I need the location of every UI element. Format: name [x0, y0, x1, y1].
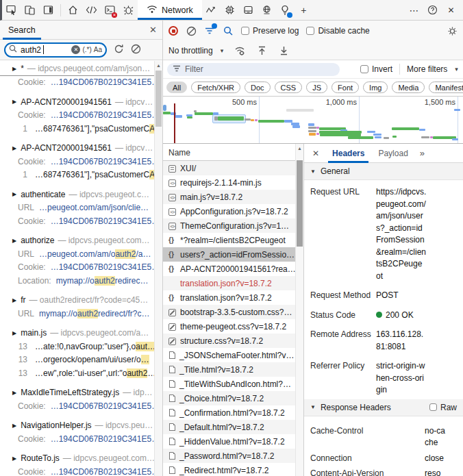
match-case-toggle[interactable]: Aa [94, 46, 102, 53]
search-result-file-row[interactable]: ▶authorize— idpcvs.peugeot.com… [0, 234, 154, 248]
filter-pill-media[interactable]: Media [392, 82, 425, 93]
search-match-row[interactable]: 13…orgerock/openam/ui/user/o… [0, 353, 154, 367]
search-result-file-row[interactable]: ▶*— idpcvs.peugeot.com/am/json… [0, 62, 154, 76]
header-value[interactable]: 163.116.128.81:8081 [376, 329, 427, 353]
export-har-icon[interactable] [278, 45, 289, 56]
network-request-row[interactable]: bootstrap-3.3.5-custom.css?… [163, 305, 295, 319]
filter-input[interactable]: Filter [167, 63, 340, 76]
search-match-row[interactable]: 13…ew",role:"ui-user",url:"oauth2… [0, 366, 154, 380]
request-list-scrollbar[interactable]: ▲ [295, 144, 303, 476]
import-har-icon[interactable] [256, 45, 267, 56]
search-results-scrollbar[interactable]: ▲ [154, 61, 162, 476]
performance-tab-icon[interactable] [203, 1, 219, 20]
search-match-row[interactable]: Cookie:…194CD067B0219C341E5… [0, 155, 154, 168]
filter-toggle-icon[interactable] [204, 25, 215, 36]
search-match-row[interactable]: URL…peugeot.com/am/oauth2/a… [0, 247, 154, 261]
network-request-row[interactable]: _JSONSchemaFooter.html?v… [163, 348, 295, 362]
name-column-header[interactable]: Name [163, 144, 295, 161]
search-match-row[interactable]: Cookie:…194CD067B0219C341E5… [0, 465, 154, 476]
device-emulation-icon[interactable] [22, 1, 38, 20]
search-result-file-row[interactable]: ▶AP-ACNT200001941561— idpcv… [0, 142, 154, 155]
search-result-file-row[interactable]: ▶AP-ACNT200001941561— idpcv… [0, 95, 154, 109]
network-request-row[interactable]: _Confirmation.html?v=18.7.2 [163, 405, 295, 420]
scrollbar-thumb[interactable] [297, 160, 303, 247]
preserve-log-checkbox[interactable]: Preserve log [241, 26, 299, 36]
search-input[interactable]: auth2 ✕ (.*) Aa [4, 42, 107, 58]
network-request-row[interactable]: users?_action=idFromSessio… [163, 247, 295, 262]
security-tab-icon[interactable] [259, 1, 275, 20]
network-request-row[interactable]: translation.json?v=18.7.2 [163, 290, 295, 305]
network-search-icon[interactable] [223, 25, 234, 36]
more-tabs-icon[interactable]: » [416, 148, 429, 158]
network-settings-gear-icon[interactable] [447, 25, 458, 36]
checkbox[interactable] [306, 27, 314, 35]
header-value[interactable]: close [425, 453, 448, 465]
throttling-select[interactable]: No throttling ▾ [168, 46, 223, 55]
search-result-file-row[interactable]: ▶fr— oauth2redirect/fr?code=c45… [0, 294, 154, 308]
more-filters-button[interactable]: More filters ▾ [407, 64, 458, 74]
home-tab-icon[interactable] [65, 1, 81, 20]
record-network-log-button[interactable] [168, 26, 178, 36]
search-match-row[interactable]: Cookie:…194CD067B0219C341E5… [0, 76, 154, 90]
console-tab-icon[interactable]: ✕ [102, 1, 118, 20]
dock-side-icon[interactable] [40, 1, 56, 20]
network-request-row[interactable]: requirejs-2.1.14-min.js [163, 175, 295, 190]
application-tab-icon[interactable] [240, 1, 256, 20]
filter-pill-js[interactable]: JS [306, 82, 327, 93]
search-match-row[interactable]: 13…ate:!0,navGroup:"user"},oaut… [0, 340, 154, 353]
regex-toggle[interactable]: (.*) [82, 46, 91, 53]
memory-tab-icon[interactable] [222, 1, 238, 20]
scroll-up-arrow-icon[interactable]: ▲ [296, 144, 303, 151]
header-value[interactable]: strict-origin-when-cross-origin [376, 360, 427, 397]
timeline-playhead[interactable] [174, 103, 175, 143]
search-match-row[interactable]: Cookie:…194CD067B0219C341E5… [0, 109, 154, 123]
search-match-row[interactable]: Cookie:…194CD067B0219C341E5… [0, 432, 154, 446]
tab-search[interactable]: Search [0, 21, 44, 40]
header-value[interactable]: https://idpcvs.peugeot.com/am/json/users… [376, 186, 427, 282]
search-match-row[interactable]: Cookie:…194CD067B0219C341E5… [0, 399, 154, 413]
search-match-row[interactable]: Cookie:…194CD067B0219C341E5… [0, 261, 154, 275]
network-request-row[interactable]: main.js?v=18.7.2 [163, 190, 295, 204]
search-result-file-row[interactable]: ▶MaxIdleTimeLeftStrategy.js— idp… [0, 386, 154, 400]
inspect-element-icon[interactable] [3, 1, 19, 20]
search-match-row[interactable]: URLmymap://oauth2redirect/fr?c… [0, 307, 154, 321]
scroll-up-arrow-icon[interactable]: ▲ [155, 61, 162, 68]
search-match-row[interactable]: URL…peugeot.com/am/json/clie… [0, 201, 154, 215]
clear-query-icon[interactable]: ✕ [71, 45, 80, 54]
network-request-row[interactable]: ThemeConfiguration.js?v=1… [163, 218, 295, 233]
clear-search-results-icon[interactable] [131, 44, 141, 56]
search-result-file-row[interactable]: ▶RouteTo.js— idpcvs.peugeot.com… [0, 452, 154, 466]
refresh-search-icon[interactable] [114, 44, 124, 56]
tab-payload[interactable]: Payload [372, 144, 414, 163]
timeline-brush-handle[interactable] [163, 105, 166, 111]
checkbox[interactable] [429, 403, 437, 411]
header-value[interactable]: 200 OK [376, 310, 427, 322]
network-request-row[interactable]: _Choice.html?v=18.7.2 [163, 391, 295, 405]
checkbox[interactable] [241, 27, 249, 35]
search-match-row[interactable]: 1…687476361"],"psaCustomerCA… [0, 168, 154, 182]
network-overview-timeline[interactable]: 500 ms1,000 ms1,500 ms [163, 96, 463, 144]
search-match-row[interactable]: Location:mymap://oauth2redirec… [0, 274, 154, 288]
network-request-row[interactable]: translation.json?v=18.7.2 [163, 276, 295, 290]
network-request-row[interactable]: _Password.html?v=18.7.2 [163, 449, 295, 463]
raw-headers-checkbox[interactable]: Raw [429, 403, 457, 412]
search-result-file-row[interactable]: ▶NavigationHelper.js— idpcvs.peu… [0, 419, 154, 433]
disable-cache-checkbox[interactable]: Disable cache [306, 26, 369, 36]
header-value[interactable]: POST [376, 290, 427, 302]
filter-pill-img[interactable]: Img [363, 82, 388, 93]
network-request-row[interactable]: _TitleWithSubAndIcon.html?… [163, 377, 295, 391]
close-devtools-icon[interactable]: ✕ [443, 1, 459, 20]
clear-network-log-icon[interactable] [186, 25, 197, 36]
network-request-row[interactable]: AppConfiguration.js?v=18.7.2 [163, 204, 295, 218]
debugger-icon[interactable] [121, 1, 136, 20]
checkbox[interactable] [360, 65, 368, 73]
network-request-row[interactable]: structure.css?v=18.7.2 [163, 334, 295, 348]
network-request-row[interactable]: _Redirect.html?v=18.7.2 [163, 463, 295, 476]
network-request-row[interactable]: _Default.html?v=18.7.2 [163, 420, 295, 434]
invert-filter-checkbox[interactable]: Invert [360, 64, 392, 74]
filter-pill-manifest[interactable]: Manifest [429, 82, 463, 93]
scrollbar-thumb[interactable] [155, 71, 162, 127]
network-request-row[interactable]: _HiddenValue.html?v=18.7.2 [163, 434, 295, 449]
network-request-row[interactable]: theme-peugeot.css?v=18.7.2 [163, 319, 295, 334]
filter-pill-css[interactable]: CSS [275, 82, 303, 93]
